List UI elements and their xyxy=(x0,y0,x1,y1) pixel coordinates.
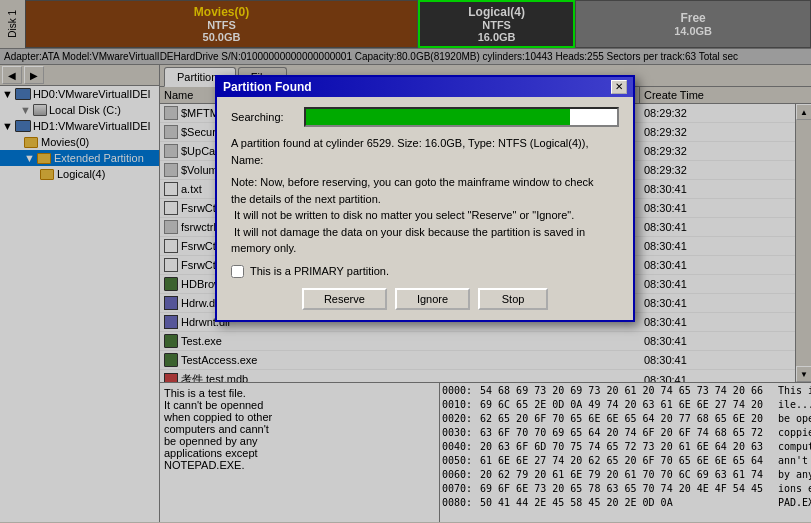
primary-partition-checkbox[interactable] xyxy=(231,265,244,278)
modal-body: Searching: A partition found at cylinder… xyxy=(217,97,633,320)
stop-button[interactable]: Stop xyxy=(478,288,548,310)
progress-bar-outer xyxy=(304,107,619,127)
modal-title: Partition Found xyxy=(223,80,312,94)
reserve-button[interactable]: Reserve xyxy=(302,288,387,310)
searching-label: Searching: xyxy=(231,111,296,123)
primary-partition-label: This is a PRIMARY partition. xyxy=(250,265,389,277)
partition-found-modal: Partition Found ✕ Searching: A partition… xyxy=(215,75,635,322)
modal-buttons: Reserve Ignore Stop xyxy=(231,288,619,310)
modal-titlebar: Partition Found ✕ xyxy=(217,77,633,97)
modal-found-text: A partition found at cylinder 6529. Size… xyxy=(231,135,619,168)
progress-bar-inner xyxy=(306,109,570,125)
ignore-button[interactable]: Ignore xyxy=(395,288,470,310)
primary-partition-checkbox-row: This is a PRIMARY partition. xyxy=(231,265,619,278)
modal-overlay: Partition Found ✕ Searching: A partition… xyxy=(0,0,811,523)
modal-close-button[interactable]: ✕ xyxy=(611,80,627,94)
modal-note-text: Note: Now, before reserving, you can got… xyxy=(231,174,619,257)
